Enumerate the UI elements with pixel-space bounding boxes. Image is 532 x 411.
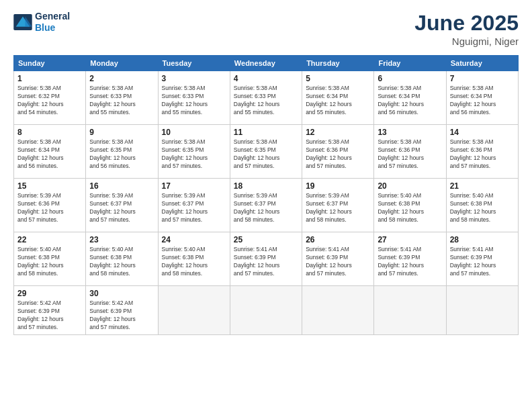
day-info: Sunrise: 5:39 AM Sunset: 6:37 PM Dayligh… — [234, 192, 298, 224]
page: General Blue June 2025 Nguigmi, Niger Su… — [0, 0, 532, 411]
calendar-header-row: SundayMondayTuesdayWednesdayThursdayFrid… — [14, 56, 519, 71]
day-info: Sunrise: 5:42 AM Sunset: 6:39 PM Dayligh… — [89, 300, 154, 332]
calendar-week-row: 8Sunrise: 5:38 AM Sunset: 6:34 PM Daylig… — [14, 125, 519, 179]
calendar-week-row: 29Sunrise: 5:42 AM Sunset: 6:39 PM Dayli… — [14, 286, 519, 335]
day-info: Sunrise: 5:40 AM Sunset: 6:38 PM Dayligh… — [89, 246, 154, 278]
day-number: 20 — [378, 181, 442, 191]
calendar-header-saturday: Saturday — [446, 56, 518, 71]
day-number: 13 — [378, 128, 442, 137]
day-info: Sunrise: 5:38 AM Sunset: 6:35 PM Dayligh… — [162, 138, 226, 171]
calendar-cell: 21Sunrise: 5:40 AM Sunset: 6:38 PM Dayli… — [446, 179, 518, 232]
day-info: Sunrise: 5:39 AM Sunset: 6:37 PM Dayligh… — [162, 192, 226, 224]
day-info: Sunrise: 5:39 AM Sunset: 6:36 PM Dayligh… — [17, 192, 82, 224]
calendar-week-row: 22Sunrise: 5:40 AM Sunset: 6:38 PM Dayli… — [14, 232, 519, 286]
calendar-cell: 29Sunrise: 5:42 AM Sunset: 6:39 PM Dayli… — [14, 286, 86, 335]
day-number: 10 — [162, 128, 226, 137]
calendar-cell: 10Sunrise: 5:38 AM Sunset: 6:35 PM Dayli… — [158, 125, 230, 179]
calendar-cell: 5Sunrise: 5:38 AM Sunset: 6:34 PM Daylig… — [302, 71, 374, 125]
calendar-cell: 7Sunrise: 5:38 AM Sunset: 6:34 PM Daylig… — [446, 71, 518, 125]
day-number: 19 — [306, 181, 370, 191]
day-number: 27 — [378, 235, 442, 244]
day-number: 18 — [234, 181, 298, 191]
calendar-cell: 16Sunrise: 5:39 AM Sunset: 6:37 PM Dayli… — [86, 179, 158, 232]
calendar-cell: 14Sunrise: 5:38 AM Sunset: 6:36 PM Dayli… — [446, 125, 518, 179]
calendar-header-friday: Friday — [374, 56, 446, 71]
day-number: 17 — [162, 181, 226, 191]
calendar-cell: 3Sunrise: 5:38 AM Sunset: 6:33 PM Daylig… — [158, 71, 230, 125]
day-info: Sunrise: 5:38 AM Sunset: 6:33 PM Dayligh… — [162, 85, 226, 117]
day-info: Sunrise: 5:39 AM Sunset: 6:37 PM Dayligh… — [89, 192, 154, 224]
logo: General Blue — [13, 11, 70, 34]
day-number: 22 — [17, 235, 82, 244]
logo-icon — [13, 14, 32, 30]
day-number: 8 — [17, 128, 82, 137]
day-info: Sunrise: 5:38 AM Sunset: 6:33 PM Dayligh… — [89, 85, 154, 117]
day-number: 12 — [306, 128, 370, 137]
calendar-week-row: 1Sunrise: 5:38 AM Sunset: 6:32 PM Daylig… — [14, 71, 519, 125]
logo-line1: General — [35, 11, 70, 22]
calendar-cell: 30Sunrise: 5:42 AM Sunset: 6:39 PM Dayli… — [86, 286, 158, 335]
calendar-cell: 22Sunrise: 5:40 AM Sunset: 6:38 PM Dayli… — [14, 232, 86, 286]
calendar-cell — [374, 286, 446, 335]
day-info: Sunrise: 5:38 AM Sunset: 6:36 PM Dayligh… — [378, 138, 442, 171]
calendar-cell: 4Sunrise: 5:38 AM Sunset: 6:33 PM Daylig… — [230, 71, 302, 125]
calendar-cell: 12Sunrise: 5:38 AM Sunset: 6:36 PM Dayli… — [302, 125, 374, 179]
calendar-cell: 13Sunrise: 5:38 AM Sunset: 6:36 PM Dayli… — [374, 125, 446, 179]
calendar-cell: 15Sunrise: 5:39 AM Sunset: 6:36 PM Dayli… — [14, 179, 86, 232]
calendar-week-row: 15Sunrise: 5:39 AM Sunset: 6:36 PM Dayli… — [14, 179, 519, 232]
calendar-cell: 23Sunrise: 5:40 AM Sunset: 6:38 PM Dayli… — [86, 232, 158, 286]
day-info: Sunrise: 5:40 AM Sunset: 6:38 PM Dayligh… — [17, 246, 82, 278]
calendar-cell — [302, 286, 374, 335]
logo-text: General Blue — [35, 11, 70, 34]
calendar-table: SundayMondayTuesdayWednesdayThursdayFrid… — [13, 55, 519, 335]
day-info: Sunrise: 5:38 AM Sunset: 6:36 PM Dayligh… — [450, 138, 515, 171]
title-block: June 2025 Nguigmi, Niger — [414, 11, 519, 47]
day-info: Sunrise: 5:38 AM Sunset: 6:34 PM Dayligh… — [450, 85, 515, 117]
calendar-header-monday: Monday — [86, 56, 158, 71]
day-info: Sunrise: 5:39 AM Sunset: 6:37 PM Dayligh… — [306, 192, 370, 224]
day-number: 14 — [450, 128, 515, 137]
day-info: Sunrise: 5:38 AM Sunset: 6:34 PM Dayligh… — [378, 85, 442, 117]
day-number: 24 — [162, 235, 226, 244]
calendar-header-sunday: Sunday — [14, 56, 86, 71]
location: Nguigmi, Niger — [414, 36, 519, 47]
calendar-cell: 27Sunrise: 5:41 AM Sunset: 6:39 PM Dayli… — [374, 232, 446, 286]
day-number: 16 — [89, 181, 154, 191]
calendar-header-thursday: Thursday — [302, 56, 374, 71]
day-number: 23 — [89, 235, 154, 244]
calendar-cell: 18Sunrise: 5:39 AM Sunset: 6:37 PM Dayli… — [230, 179, 302, 232]
calendar-cell: 25Sunrise: 5:41 AM Sunset: 6:39 PM Dayli… — [230, 232, 302, 286]
header: General Blue June 2025 Nguigmi, Niger — [13, 11, 519, 47]
day-info: Sunrise: 5:41 AM Sunset: 6:39 PM Dayligh… — [450, 246, 515, 278]
day-info: Sunrise: 5:38 AM Sunset: 6:32 PM Dayligh… — [17, 85, 82, 117]
day-number: 7 — [450, 74, 515, 83]
calendar-cell: 11Sunrise: 5:38 AM Sunset: 6:35 PM Dayli… — [230, 125, 302, 179]
day-number: 2 — [89, 74, 154, 83]
calendar-cell — [158, 286, 230, 335]
day-info: Sunrise: 5:40 AM Sunset: 6:38 PM Dayligh… — [162, 246, 226, 278]
calendar-cell: 19Sunrise: 5:39 AM Sunset: 6:37 PM Dayli… — [302, 179, 374, 232]
calendar-cell: 17Sunrise: 5:39 AM Sunset: 6:37 PM Dayli… — [158, 179, 230, 232]
day-info: Sunrise: 5:38 AM Sunset: 6:34 PM Dayligh… — [17, 138, 82, 171]
day-number: 25 — [234, 235, 298, 244]
day-number: 3 — [162, 74, 226, 83]
calendar-cell: 8Sunrise: 5:38 AM Sunset: 6:34 PM Daylig… — [14, 125, 86, 179]
day-info: Sunrise: 5:40 AM Sunset: 6:38 PM Dayligh… — [450, 192, 515, 224]
day-number: 5 — [306, 74, 370, 83]
day-info: Sunrise: 5:38 AM Sunset: 6:33 PM Dayligh… — [234, 85, 298, 117]
day-number: 26 — [306, 235, 370, 244]
calendar-cell: 24Sunrise: 5:40 AM Sunset: 6:38 PM Dayli… — [158, 232, 230, 286]
day-number: 30 — [89, 289, 154, 298]
day-info: Sunrise: 5:42 AM Sunset: 6:39 PM Dayligh… — [17, 300, 82, 332]
day-number: 21 — [450, 181, 515, 191]
month-title: June 2025 — [414, 11, 519, 36]
calendar-cell: 28Sunrise: 5:41 AM Sunset: 6:39 PM Dayli… — [446, 232, 518, 286]
day-info: Sunrise: 5:38 AM Sunset: 6:36 PM Dayligh… — [306, 138, 370, 171]
day-number: 28 — [450, 235, 515, 244]
calendar-cell — [230, 286, 302, 335]
day-info: Sunrise: 5:40 AM Sunset: 6:38 PM Dayligh… — [378, 192, 442, 224]
day-info: Sunrise: 5:41 AM Sunset: 6:39 PM Dayligh… — [306, 246, 370, 278]
day-number: 11 — [234, 128, 298, 137]
calendar-header-wednesday: Wednesday — [230, 56, 302, 71]
day-number: 6 — [378, 74, 442, 83]
